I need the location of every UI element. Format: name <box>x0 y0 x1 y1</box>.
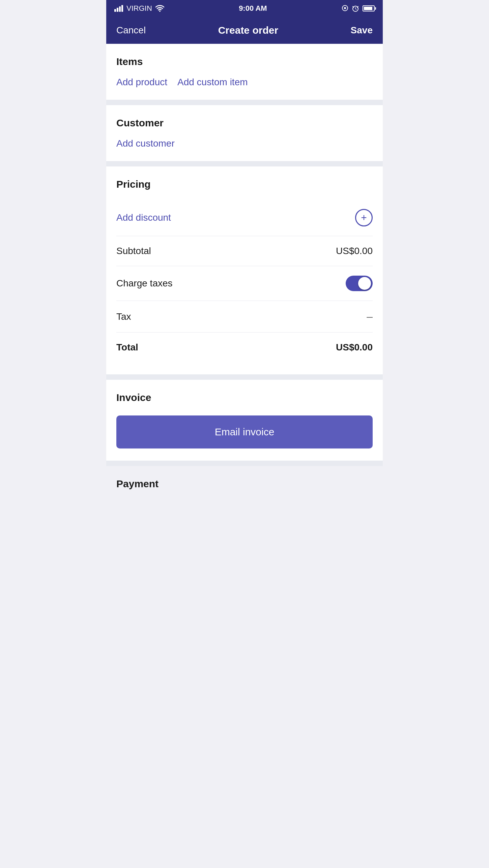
charge-taxes-toggle[interactable] <box>346 276 373 291</box>
status-bar: VIRGIN 9:00 AM <box>106 0 383 17</box>
save-button[interactable]: Save <box>351 25 373 36</box>
total-label: Total <box>116 342 138 353</box>
add-discount-row: Add discount <box>116 199 373 236</box>
lock-icon <box>342 5 348 12</box>
phone-container: VIRGIN 9:00 AM Cancel Create order Save <box>106 0 383 496</box>
status-bar-left: VIRGIN <box>114 4 164 13</box>
add-discount-plus-button[interactable] <box>355 209 373 226</box>
tax-label: Tax <box>116 311 131 322</box>
svg-point-1 <box>344 7 346 9</box>
charge-taxes-label: Charge taxes <box>116 278 173 289</box>
battery-fill <box>364 7 372 10</box>
carrier-name: VIRGIN <box>126 4 152 13</box>
separator-4 <box>106 461 383 466</box>
total-value: US$0.00 <box>336 342 373 353</box>
wifi-icon <box>155 5 164 12</box>
tax-value: – <box>367 310 373 323</box>
pricing-section: Pricing Add discount Subtotal US$0.00 Ch… <box>106 166 383 374</box>
invoice-section: Invoice Email invoice <box>106 380 383 461</box>
alarm-icon <box>352 5 359 12</box>
status-bar-time: 9:00 AM <box>239 4 267 13</box>
customer-title: Customer <box>116 117 373 129</box>
separator-3 <box>106 374 383 380</box>
payment-section: Payment <box>106 466 383 496</box>
invoice-title: Invoice <box>116 392 373 403</box>
add-custom-item-link[interactable]: Add custom item <box>177 77 248 88</box>
nav-bar: Cancel Create order Save <box>106 17 383 44</box>
tax-row: Tax – <box>116 301 373 333</box>
email-invoice-button[interactable]: Email invoice <box>116 415 373 448</box>
subtotal-row: Subtotal US$0.00 <box>116 236 373 266</box>
add-customer-link[interactable]: Add customer <box>116 138 175 149</box>
separator-2 <box>106 161 383 166</box>
page-title: Create order <box>218 25 278 36</box>
status-bar-right <box>342 5 375 12</box>
items-section: Items Add product Add custom item <box>106 44 383 100</box>
subtotal-label: Subtotal <box>116 246 151 256</box>
add-discount-link[interactable]: Add discount <box>116 212 171 223</box>
add-product-link[interactable]: Add product <box>116 77 167 88</box>
cancel-button[interactable]: Cancel <box>116 25 146 36</box>
pricing-title: Pricing <box>116 179 373 190</box>
battery-icon <box>363 5 375 11</box>
separator-1 <box>106 100 383 105</box>
total-row: Total US$0.00 <box>116 333 373 362</box>
charge-taxes-row: Charge taxes <box>116 266 373 301</box>
items-title: Items <box>116 56 373 67</box>
subtotal-value: US$0.00 <box>336 246 373 256</box>
items-action-links: Add product Add custom item <box>116 77 373 88</box>
signal-icon <box>114 5 123 12</box>
customer-section: Customer Add customer <box>106 105 383 161</box>
payment-title: Payment <box>116 478 373 490</box>
